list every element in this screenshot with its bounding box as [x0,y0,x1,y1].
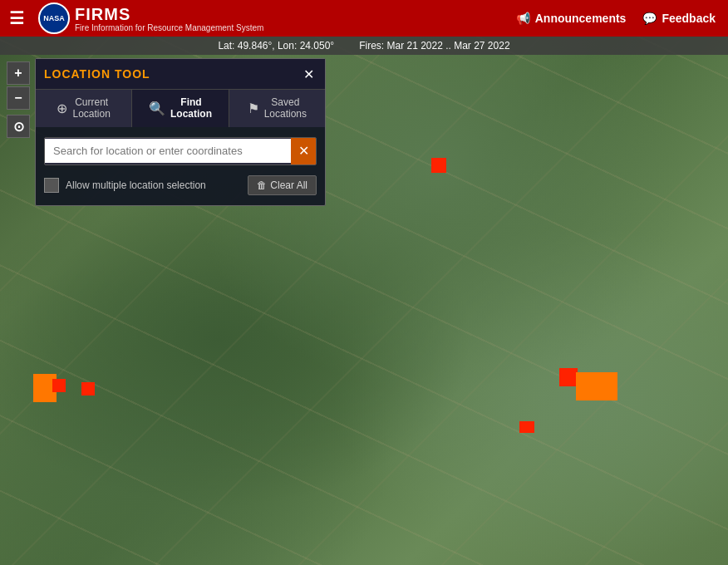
options-row: Allow multiple location selection 🗑 Clea… [44,175,317,195]
location-tool-header: LOCATION TOOL ✕ [36,59,325,90]
fire-marker-m5 [559,368,578,386]
brand: FIRMS Fire Information for Resource Mana… [75,5,516,32]
coord-bar: Lat: 49.846°, Lon: 24.050° Fires: Mar 21… [0,37,728,55]
feedback-button[interactable]: 💬 Feedback [642,12,716,25]
nasa-logo: NASA [38,2,70,34]
tab-saved[interactable]: ⚑ Saved Locations [229,90,325,127]
checkbox-area: Allow multiple location selection [44,178,206,193]
megaphone-icon: 📢 [516,12,530,25]
zoom-in-button[interactable]: + [7,61,30,85]
close-location-tool-button[interactable]: ✕ [300,66,317,82]
saved-tab-icon: ⚑ [248,101,259,116]
search-area: ✕ Allow multiple location selection 🗑 Cl… [36,127,325,205]
navbar: ☰ NASA FIRMS Fire Information for Resour… [0,0,728,37]
search-row: ✕ [44,137,317,165]
app-title: FIRMS [75,5,516,23]
hamburger-button[interactable]: ☰ [0,0,33,37]
location-search-input[interactable] [45,139,291,163]
tab-find[interactable]: 🔍 Find Location [132,90,229,127]
location-tabs: ⊕ Current Location 🔍 Find Location ⚑ Sav… [36,90,325,127]
trash-icon: 🗑 [257,179,267,191]
fire-marker-m1 [431,158,446,173]
fires-range-display: Fires: Mar 21 2022 .. Mar 27 2022 [359,40,509,52]
nav-right: 📢 Announcements 💬 Feedback [516,12,728,25]
location-tool-title: LOCATION TOOL [44,67,150,81]
search-clear-button[interactable]: ✕ [291,138,316,165]
current-tab-icon: ⊕ [57,101,67,116]
multiple-location-label: Allow multiple location selection [66,179,206,191]
coordinates-display: Lat: 49.846°, Lon: 24.050° [218,40,334,52]
multiple-location-checkbox[interactable] [44,178,59,193]
chat-icon: 💬 [642,12,657,25]
tab-current[interactable]: ⊕ Current Location [36,90,132,127]
map-controls: + − ⊙ [7,61,30,138]
announcements-button[interactable]: 📢 Announcements [516,12,627,25]
fire-marker-m3 [52,379,66,392]
my-location-button[interactable]: ⊙ [7,115,30,138]
find-tab-icon: 🔍 [149,101,165,116]
fire-marker-m6 [576,372,617,400]
location-tool-panel: LOCATION TOOL ✕ ⊕ Current Location 🔍 Fin… [35,58,326,206]
clear-all-button[interactable]: 🗑 Clear All [248,175,317,195]
fire-marker-m4 [81,382,95,396]
zoom-out-button[interactable]: − [7,86,30,110]
app-subtitle: Fire Information for Resource Management… [75,23,516,32]
fire-marker-m7 [519,421,534,433]
